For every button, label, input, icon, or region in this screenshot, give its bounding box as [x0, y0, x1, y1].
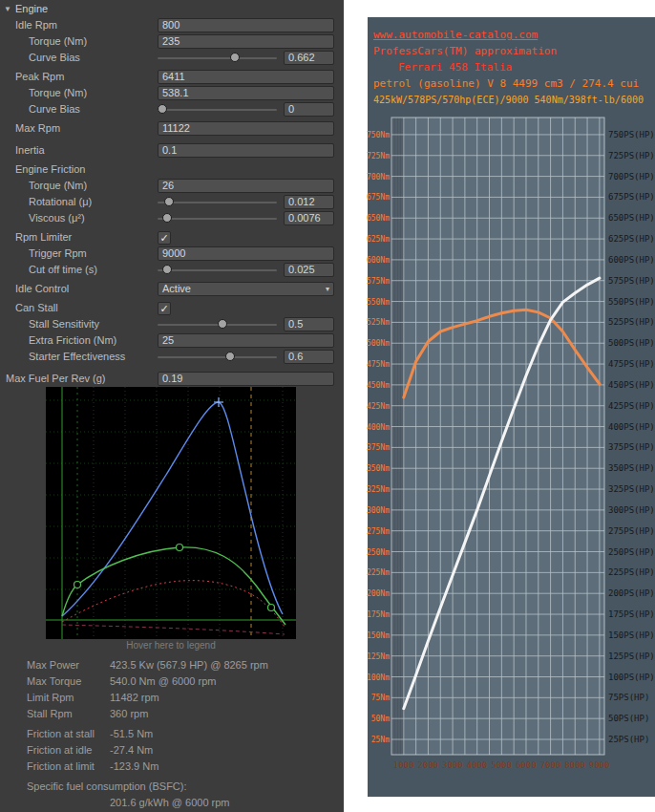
viscous-slider-knob[interactable] — [162, 213, 172, 223]
can-stall-checkbox[interactable]: ✓ — [158, 302, 171, 315]
y-tick-left: 475Nm — [367, 360, 390, 369]
y-tick-left: 300Nm — [367, 506, 390, 515]
x-tick: 1000 — [393, 760, 414, 770]
y-tick-left: 525Nm — [367, 318, 390, 327]
y-tick-right: 675PS(HP) — [608, 192, 655, 202]
stat-label: Max Torque — [27, 675, 81, 687]
engine-friction-row: Engine Friction — [0, 161, 344, 178]
extra-friction-row: Extra Friction (Nm)25 — [0, 332, 344, 349]
chart-title-line-2: Ferrari 458 Italia — [373, 59, 655, 75]
idle-curve-bias-control: 0.662 — [158, 51, 334, 65]
rotational-slider[interactable] — [158, 195, 277, 209]
extra-friction-label: Extra Friction (Nm) — [29, 334, 116, 346]
trigger-rpm-control: 9000 — [158, 246, 334, 261]
inertia-field[interactable]: 0.1 — [158, 143, 334, 158]
idle-torque-control: 235 — [158, 34, 334, 49]
friction-torque-field[interactable]: 26 — [158, 179, 334, 193]
trigger-rpm-row: Trigger Rpm9000 — [0, 246, 344, 262]
starter-effectiveness-value-field[interactable]: 0.6 — [284, 350, 334, 364]
inspector-stats: Max Power423.5 Kw (567.9 HP) @ 8265 rpmM… — [0, 658, 344, 812]
idle-control-dropdown[interactable]: Active▾ — [158, 282, 334, 296]
idle-torque-field[interactable]: 235 — [158, 34, 334, 49]
y-tick-left: 25Nm — [371, 736, 390, 744]
idle-control-control: Active▾ — [158, 282, 334, 296]
peak-curve-bias-value-field[interactable]: 0 — [284, 102, 334, 117]
rpm-limiter-control: ✓ — [158, 230, 334, 245]
peak-rpm-row: Peak Rpm6411 — [0, 69, 344, 85]
starter-effectiveness-slider[interactable] — [158, 350, 277, 364]
idle-curve-bias-slider[interactable] — [158, 51, 277, 65]
idle-curve-bias-slider-knob[interactable] — [230, 53, 240, 62]
starter-effectiveness-row: Starter Effectiveness0.6 — [0, 349, 344, 365]
x-tick: 3000 — [442, 760, 463, 770]
rotational-row: Rotational (μ)0.012 — [0, 194, 344, 210]
y-tick-left: 600Nm — [367, 256, 390, 265]
starter-effectiveness-slider-knob[interactable] — [225, 352, 235, 361]
starter-effectiveness-label: Starter Effectiveness — [29, 351, 125, 362]
stall-sensitivity-slider-knob[interactable] — [218, 319, 227, 329]
cut-off-time-slider[interactable] — [158, 263, 277, 277]
engine-curves-plot — [46, 387, 296, 639]
y-tick-left: 125Nm — [367, 652, 390, 661]
chart-title-line-1: ProfessCars(TM) approximation — [373, 43, 655, 59]
stall-sensitivity-control: 0.5 — [158, 317, 334, 331]
stat-row: Friction at limit-123.9 Nm — [0, 759, 344, 776]
peak-curve-bias-slider-knob[interactable] — [158, 104, 167, 114]
can-stall-control: ✓ — [158, 301, 334, 315]
trigger-rpm-field[interactable]: 9000 — [158, 246, 334, 261]
rpm-limiter-row: Rpm Limiter✓ — [0, 229, 344, 246]
y-tick-right: 500PS(HP) — [608, 338, 655, 348]
cut-off-time-slider-knob[interactable] — [162, 265, 172, 274]
max-rpm-field[interactable]: 11122 — [158, 121, 334, 136]
y-tick-left: 375Nm — [367, 443, 390, 452]
y-tick-left: 675Nm — [367, 193, 390, 202]
starter-effectiveness-control: 0.6 — [158, 350, 334, 364]
peak-curve-bias-slider[interactable] — [158, 102, 277, 117]
max-fuel-per-rev-field[interactable]: 0.19 — [158, 372, 334, 386]
max-rpm-row: Max Rpm11122 — [0, 120, 344, 137]
rotational-slider-knob[interactable] — [164, 197, 174, 206]
peak-curve-bias-label: Curve Bias — [29, 103, 80, 115]
cut-off-time-value-field[interactable]: 0.025 — [284, 263, 334, 277]
dyno-plot: 25Nm25PS(HP)50Nm50PS(HP)75Nm75PS(HP)100N… — [368, 108, 655, 792]
max-rpm-control: 11122 — [158, 121, 334, 136]
cut-off-time-row: Cut off time (s)0.025 — [0, 262, 344, 278]
y-tick-left: 700Nm — [367, 173, 390, 182]
engine-foldout[interactable]: ▼Engine — [0, 0, 344, 17]
chart-header: www.automobile-catalog.comProfessCars(TM… — [368, 17, 655, 108]
viscous-value-field[interactable]: 0.0076 — [284, 211, 334, 225]
stat-label: Friction at limit — [27, 760, 95, 772]
y-tick-right: 175PS(HP) — [608, 609, 655, 619]
peak-torque-field[interactable]: 538.1 — [158, 86, 334, 100]
y-tick-right: 200PS(HP) — [608, 588, 655, 598]
idle-rpm-field[interactable]: 800 — [158, 18, 334, 32]
y-tick-right: 625PS(HP) — [608, 234, 655, 244]
viscous-row: Viscous (μ²)0.0076 — [0, 210, 344, 226]
y-tick-left: 325Nm — [367, 485, 390, 494]
y-tick-left: 500Nm — [367, 339, 390, 348]
stat-row: Friction at stall-51.5 Nm — [0, 727, 344, 743]
max-fuel-per-rev-label: Max Fuel Per Rev (g) — [6, 373, 106, 384]
stall-sensitivity-value-field[interactable]: 0.5 — [284, 317, 334, 331]
stall-sensitivity-label: Stall Sensitivity — [29, 318, 99, 330]
stat-label: Max Power — [27, 659, 79, 671]
y-tick-left: 275Nm — [367, 527, 390, 536]
stat-row: Friction at idle-27.4 Nm — [0, 743, 344, 759]
idle-control-label: Idle Control — [15, 283, 69, 294]
idle-curve-bias-value-field[interactable]: 0.662 — [284, 51, 334, 65]
peak-rpm-field[interactable]: 6411 — [158, 70, 334, 84]
rotational-value-field[interactable]: 0.012 — [284, 195, 334, 209]
cut-off-time-control: 0.025 — [158, 263, 334, 277]
y-tick-left: 450Nm — [367, 381, 390, 390]
y-tick-left: 750Nm — [367, 131, 390, 139]
extra-friction-field[interactable]: 25 — [158, 333, 334, 348]
y-tick-left: 550Nm — [367, 298, 390, 307]
rpm-limiter-checkbox[interactable]: ✓ — [158, 231, 171, 245]
engine-curves-graph[interactable] — [46, 387, 296, 639]
max-rpm-label: Max Rpm — [15, 122, 60, 134]
stall-sensitivity-slider[interactable] — [158, 317, 277, 331]
viscous-slider[interactable] — [158, 211, 277, 225]
idle-control-row: Idle ControlActive▾ — [0, 281, 344, 297]
y-tick-right: 150PS(HP) — [608, 630, 655, 640]
y-tick-left: 50Nm — [371, 715, 390, 723]
